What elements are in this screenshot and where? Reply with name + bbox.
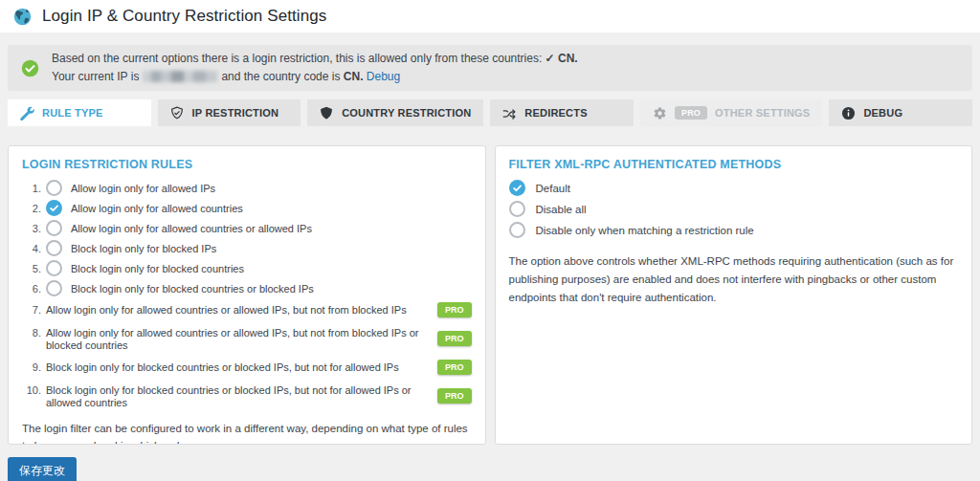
rule-number: 4. [22, 240, 41, 254]
pro-badge: PRO [437, 388, 472, 404]
xmlrpc-option-disable-only-when-matching-a-restriction-rule[interactable]: Disable only when matching a restriction… [509, 222, 959, 238]
rule-label[interactable]: Block login only for blocked countries o… [71, 280, 314, 295]
login-rules-panel: LOGIN RESTRICTION RULES 1.Allow login on… [8, 145, 486, 445]
option-label: Disable all [536, 204, 587, 215]
redacted-ip [143, 71, 217, 82]
tab-country-restriction[interactable]: COUNTRY RESTRICTION [307, 99, 483, 126]
shield-icon [320, 106, 334, 120]
xmlrpc-option-disable-all[interactable]: Disable all [509, 201, 959, 217]
debug-link[interactable]: Debug [367, 70, 400, 83]
save-button[interactable]: 保存更改 [8, 457, 77, 481]
rule-row-8: 8.Allow login only for allowed countries… [22, 324, 472, 352]
tab-label: IP RESTRICTION [192, 107, 279, 119]
tab-label: DEBUG [863, 107, 902, 119]
rule-row-10: 10.Block login only for blocked countrie… [22, 382, 472, 409]
page-title: Login IP & Country Restriction Settings [42, 7, 326, 26]
page-header: Login IP & Country Restriction Settings [0, 0, 980, 33]
settings-page: Login IP & Country Restriction Settings … [0, 0, 980, 481]
wrench-icon [20, 106, 34, 120]
globe-icon [13, 8, 32, 26]
pro-badge: PRO [437, 302, 472, 317]
rule-number: 7. [22, 301, 41, 316]
rule-row-7: 7.Allow login only for allowed countries… [22, 301, 472, 317]
rule-radio[interactable] [46, 180, 62, 196]
rule-number: 2. [22, 200, 41, 214]
option-radio[interactable] [509, 201, 525, 217]
rule-label[interactable]: Allow login only for allowed countries o… [71, 220, 312, 235]
tab-redirects[interactable]: REDIRECTS [490, 99, 634, 126]
tab-label: COUNTRY RESTRICTION [342, 107, 471, 119]
rule-row-6: 6.Block login only for blocked countries… [22, 280, 472, 296]
content-panels: LOGIN RESTRICTION RULES 1.Allow login on… [8, 145, 972, 445]
shield-check-icon [170, 106, 185, 120]
rule-radio[interactable] [46, 220, 62, 236]
gear-icon [653, 106, 667, 120]
rule-radio[interactable] [46, 240, 62, 256]
rule-row-3: 3.Allow login only for allowed countries… [22, 220, 472, 236]
notice-line-1: Based on the current options there is a … [52, 50, 578, 68]
shuffle-icon [502, 106, 517, 120]
tab-rule-type[interactable]: RULE TYPE [8, 99, 151, 126]
rule-number: 1. [22, 180, 41, 194]
rule-row-1: 1.Allow login only for allowed IPs [22, 180, 472, 196]
rule-number: 10. [22, 382, 41, 396]
rule-label[interactable]: Allow login only for allowed countries [71, 200, 243, 215]
rule-number: 3. [22, 220, 41, 234]
rule-label[interactable]: Block login only for blocked countries [71, 260, 244, 275]
option-label: Default [536, 183, 570, 194]
option-radio[interactable] [509, 222, 525, 238]
xmlrpc-panel: FILTER XML-RPC AUTHENTICATED METHODS Def… [495, 145, 973, 445]
rule-number: 8. [22, 324, 41, 339]
country-check: ✓ CN. [546, 52, 578, 65]
panel-title-xmlrpc: FILTER XML-RPC AUTHENTICATED METHODS [509, 158, 959, 171]
rules-list: 1.Allow login only for allowed IPs2.Allo… [22, 180, 472, 409]
rule-radio[interactable] [46, 200, 62, 216]
tab-label: REDIRECTS [524, 107, 587, 119]
tab-debug[interactable]: DEBUG [829, 99, 972, 126]
rule-radio[interactable] [46, 280, 62, 296]
option-radio[interactable] [509, 180, 525, 196]
tab-other-settings[interactable]: PROOTHER SETTINGS [640, 99, 822, 126]
rule-label: Allow login only for allowed countries o… [46, 324, 428, 352]
xmlrpc-option-default[interactable]: Default [509, 180, 959, 196]
rule-row-4: 4.Block login only for blocked IPs [22, 240, 472, 256]
status-notice: Based on the current options there is a … [8, 45, 972, 91]
tab-label: RULE TYPE [42, 107, 103, 119]
rule-number: 9. [22, 359, 41, 373]
rule-row-5: 5.Block login only for blocked countries [22, 260, 472, 276]
info-icon [841, 106, 856, 120]
pro-badge: PRO [675, 106, 707, 120]
tab-ip-restriction[interactable]: IP RESTRICTION [158, 99, 301, 126]
pro-badge: PRO [437, 331, 472, 346]
rule-label: Block login only for blocked countries o… [46, 359, 428, 374]
rule-label[interactable]: Allow login only for allowed IPs [71, 180, 215, 195]
xmlrpc-options: DefaultDisable allDisable only when matc… [509, 180, 959, 238]
xmlrpc-description: The option above controls whether XML-RP… [509, 252, 959, 307]
rule-label: Block login only for blocked countries o… [46, 382, 428, 409]
panel-title-login-rules: LOGIN RESTRICTION RULES [22, 158, 472, 171]
rule-number: 6. [22, 280, 41, 295]
rule-row-9: 9.Block login only for blocked countries… [22, 359, 472, 375]
rule-label[interactable]: Block login only for blocked IPs [71, 240, 216, 255]
tab-bar: RULE TYPEIP RESTRICTIONCOUNTRY RESTRICTI… [8, 99, 972, 126]
pro-badge: PRO [437, 360, 472, 375]
rules-footnote: The login filter can be configured to wo… [22, 420, 472, 445]
option-label: Disable only when matching a restriction… [536, 225, 754, 236]
rule-radio[interactable] [46, 260, 62, 276]
rule-row-2: 2.Allow login only for allowed countries [22, 200, 472, 216]
notice-line-2: Your current IP isand the country code i… [52, 68, 578, 86]
tab-label: OTHER SETTINGS [715, 107, 810, 119]
success-check-icon [21, 59, 39, 77]
rule-label: Allow login only for allowed countries o… [46, 301, 428, 317]
rule-number: 5. [22, 260, 41, 274]
